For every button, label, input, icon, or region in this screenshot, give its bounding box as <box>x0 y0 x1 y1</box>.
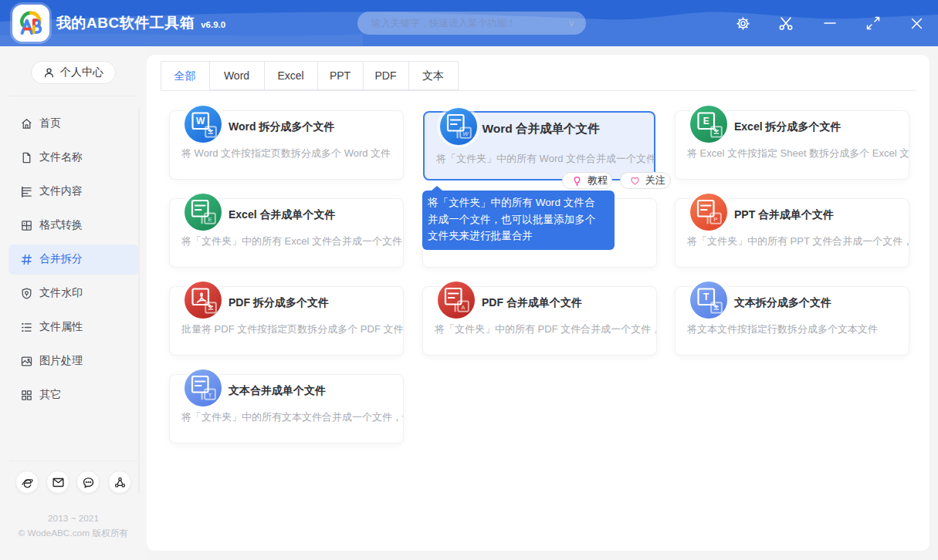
svg-text:T: T <box>208 392 212 399</box>
svg-text:A: A <box>461 304 466 311</box>
svg-text:E: E <box>703 116 709 127</box>
svg-text:T: T <box>703 292 709 302</box>
svg-text:E: E <box>208 216 212 223</box>
svg-text:P: P <box>713 216 718 223</box>
svg-text:W: W <box>196 116 205 127</box>
